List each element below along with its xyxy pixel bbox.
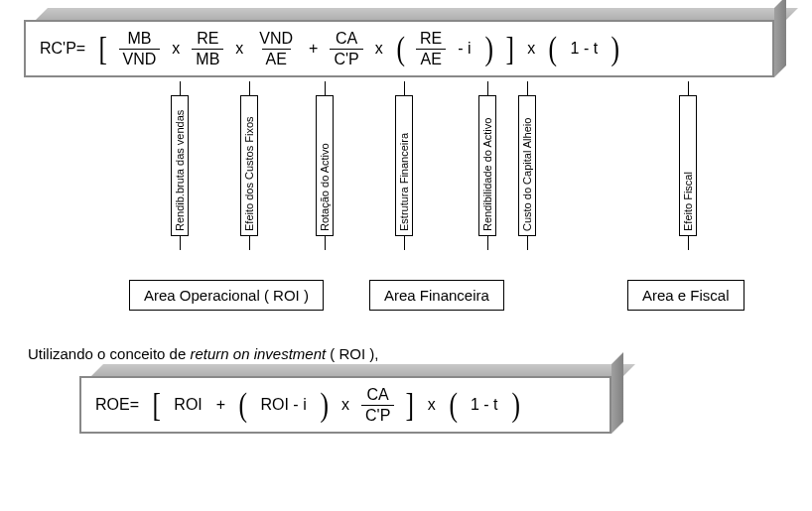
plus-op: + xyxy=(305,40,322,58)
roi-minus-i: ROI - i xyxy=(256,396,310,414)
callout-label: Custo do Capital Alheio xyxy=(518,95,536,236)
frac-vnd-ae: VND AE xyxy=(255,30,297,67)
paren-open-icon: ( xyxy=(237,390,248,420)
formula-roe: ROE= [ ROI + ( ROI - i ) x CA C'P ] x ( … xyxy=(79,376,611,434)
frac-re-ae: RE AE xyxy=(416,30,446,67)
paren-open-icon: ( xyxy=(547,34,558,64)
callout-label: Efeito Fiscal xyxy=(679,95,697,236)
bracket-close-icon: ] xyxy=(404,390,415,420)
area-box: Area Operacional ( ROI ) xyxy=(129,280,324,311)
formula-bar-roe: ROE= [ ROI + ( ROI - i ) x CA C'P ] x ( … xyxy=(79,376,611,434)
callout-label: Efeito dos Custos Fixos xyxy=(240,95,258,236)
times-op: x xyxy=(168,40,184,58)
formula-rcp: RC'P= [ MB VND x RE MB x VND AE + CA C'P… xyxy=(24,20,774,77)
callout-label: Estrutura Financeira xyxy=(395,95,413,236)
frac-re-mb: RE MB xyxy=(192,30,223,67)
frac-ca-cp: CA C'P xyxy=(330,30,362,67)
times-op: x xyxy=(231,40,247,58)
paren-open-icon: ( xyxy=(448,390,459,420)
one-minus-t: 1 - t xyxy=(567,40,603,58)
frac-mb-vnd: MB VND xyxy=(119,30,161,67)
callout-custo-do-capital-alheio: Custo do Capital Alheio xyxy=(518,81,536,250)
paren-open-icon: ( xyxy=(395,34,406,64)
paren-close-icon: ) xyxy=(483,34,494,64)
minus-i: - i xyxy=(454,40,474,58)
paren-close-icon: ) xyxy=(509,390,520,420)
times-op: x xyxy=(371,40,387,58)
rcp-lhs: RC'P= xyxy=(40,40,85,58)
roi-sentence: Utilizando o conceito de return on inves… xyxy=(28,345,792,362)
times-op: x xyxy=(523,40,539,58)
callout-row: Rendib.bruta das vendasEfeito dos Custos… xyxy=(24,81,792,280)
area-box: Area e Fiscal xyxy=(627,280,744,311)
callout-rendibilidade-do-activo: Rendibilidade do Activo xyxy=(478,81,496,250)
bracket-close-icon: ] xyxy=(504,34,515,64)
callout-efeito-fiscal: Efeito Fiscal xyxy=(679,81,697,250)
bracket-open-icon: [ xyxy=(151,390,162,420)
times-op: x xyxy=(338,396,353,414)
callout-label: Rendibilidade do Activo xyxy=(478,95,496,236)
frac-ca-cp: CA C'P xyxy=(361,386,394,424)
roe-lhs: ROE= xyxy=(95,396,139,414)
plus-op: + xyxy=(212,396,229,414)
paren-close-icon: ) xyxy=(609,34,620,64)
bracket-open-icon: [ xyxy=(97,34,108,64)
callout-rendib-bruta-das-vendas: Rendib.bruta das vendas xyxy=(171,81,189,250)
times-op: x xyxy=(424,396,440,414)
roi-term: ROI xyxy=(170,396,205,414)
callout-rota-o-do-activo: Rotação do Activo xyxy=(316,81,334,250)
formula-bar-rcp: RC'P= [ MB VND x RE MB x VND AE + CA C'P… xyxy=(24,20,774,77)
one-minus-t: 1 - t xyxy=(467,396,502,414)
area-box: Area Financeira xyxy=(369,280,504,311)
callout-label: Rotação do Activo xyxy=(316,95,334,236)
area-row: Area Operacional ( ROI )Area FinanceiraA… xyxy=(24,280,792,319)
callout-label: Rendib.bruta das vendas xyxy=(171,95,189,236)
paren-close-icon: ) xyxy=(319,390,330,420)
callout-efeito-dos-custos-fixos: Efeito dos Custos Fixos xyxy=(240,81,258,250)
callout-estrutura-financeira: Estrutura Financeira xyxy=(395,81,413,250)
